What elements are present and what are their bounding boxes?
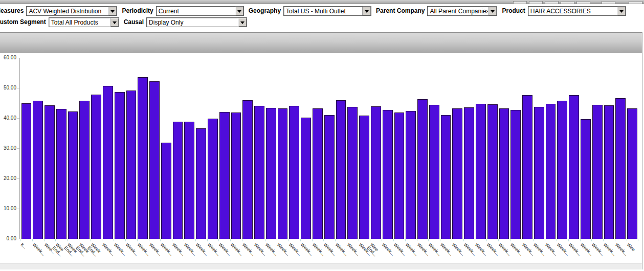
periodicity-dropdown-button[interactable] [235, 7, 243, 15]
bar[interactable] [278, 108, 288, 239]
bar[interactable] [324, 115, 335, 239]
bar-slot: Week... [591, 58, 603, 239]
dropdown-arrow-icon [491, 10, 495, 13]
bar[interactable] [68, 111, 78, 239]
toolbar-button-fragment [561, 1, 574, 4]
bar[interactable] [347, 107, 358, 239]
bar[interactable] [79, 101, 90, 239]
bar[interactable] [254, 106, 264, 239]
bar-slot: Week End... [91, 58, 102, 239]
product-dropdown-button[interactable] [617, 7, 626, 15]
bar[interactable] [219, 112, 230, 239]
bar[interactable] [452, 108, 462, 239]
y-axis: 60.0050.0040.0030.0020.0010.000.00 [0, 58, 20, 239]
bar-slot: Week... [114, 58, 125, 239]
bar[interactable] [126, 91, 137, 239]
bar[interactable] [91, 95, 101, 239]
bar-slot: Week... [125, 58, 137, 239]
bar-slot: Week... [149, 58, 161, 239]
dropdown-arrow-icon [237, 10, 241, 13]
bar[interactable] [231, 112, 241, 239]
x-axis-label: k... [20, 242, 28, 250]
bar-slot: Week... [172, 58, 184, 239]
y-axis-tick [17, 118, 19, 119]
bar[interactable] [581, 119, 591, 239]
bar-slot: Week... [440, 58, 452, 239]
measures-dropdown-button[interactable] [108, 7, 117, 15]
parent-company-select[interactable]: All Parent Companies [427, 6, 497, 16]
bar[interactable] [45, 105, 55, 239]
x-axis-label: Week End... [86, 242, 101, 257]
bar[interactable] [546, 104, 556, 239]
bar[interactable] [289, 106, 299, 239]
bar-slot: Week... [288, 58, 300, 239]
causal-label: Causal [124, 18, 144, 26]
bar[interactable] [301, 118, 311, 239]
bar[interactable] [208, 119, 218, 239]
bar-slot: Wee [627, 58, 638, 239]
bar[interactable] [266, 108, 276, 239]
custom-segment-label: Custom Segment [0, 18, 46, 26]
bar[interactable] [173, 122, 183, 239]
bar[interactable] [196, 128, 206, 239]
bar[interactable] [487, 104, 498, 239]
bar[interactable] [510, 110, 521, 239]
periodicity-select[interactable]: Current [156, 6, 244, 16]
bar-slot: Week... [242, 58, 254, 239]
y-axis-tick [17, 178, 19, 179]
bar-slot: Wee End... [370, 58, 382, 239]
bar[interactable] [21, 103, 32, 239]
geography-dropdown-button[interactable] [362, 7, 371, 15]
measures-label: Measures [0, 7, 24, 14]
product-select[interactable]: HAIR ACCESSORIES [528, 6, 626, 16]
bar[interactable] [184, 122, 194, 239]
bar[interactable] [406, 111, 416, 239]
geography-select[interactable]: Total US - Multi Outlet [283, 6, 371, 16]
parent-company-value: All Parent Companies [428, 7, 488, 15]
bar-slot: Week... [230, 58, 242, 239]
bar[interactable] [627, 108, 637, 239]
causal-select[interactable]: Display Only [146, 17, 247, 27]
bar[interactable] [592, 105, 603, 239]
bar[interactable] [383, 110, 393, 239]
bar[interactable] [615, 98, 626, 239]
bar[interactable] [522, 95, 532, 239]
bar[interactable] [161, 143, 171, 239]
chart-header-band [0, 32, 642, 53]
bar[interactable] [138, 77, 148, 239]
bar[interactable] [569, 95, 579, 239]
bar-slot: Week... [184, 58, 195, 239]
bar[interactable] [371, 106, 381, 239]
custom-segment-select[interactable]: Total All Products [49, 17, 119, 27]
custom-segment-dropdown-button[interactable] [110, 18, 119, 27]
toolbar-button-fragment [545, 1, 559, 4]
periodicity-value: Current [157, 7, 235, 15]
bar[interactable] [499, 108, 509, 239]
bar[interactable] [115, 92, 125, 239]
bar[interactable] [33, 101, 43, 239]
bar-slot: Week... [615, 58, 627, 239]
bar[interactable] [441, 115, 451, 239]
bar[interactable] [313, 108, 323, 239]
bar[interactable] [534, 107, 544, 239]
bar[interactable] [604, 105, 614, 239]
bar[interactable] [336, 100, 346, 239]
y-axis-tick [17, 148, 19, 149]
bar-slot: Week... [417, 58, 429, 239]
bar[interactable] [464, 107, 474, 239]
bar[interactable] [149, 81, 160, 239]
causal-dropdown-button[interactable] [238, 18, 247, 27]
bar[interactable] [557, 101, 567, 239]
parent-company-dropdown-button[interactable] [488, 7, 497, 15]
bar[interactable] [103, 86, 113, 239]
bar[interactable] [56, 109, 66, 239]
bar[interactable] [242, 100, 253, 239]
measures-select[interactable]: ACV Weighted Distribution [26, 6, 117, 16]
bar[interactable] [359, 116, 369, 239]
bar[interactable] [394, 112, 405, 239]
y-axis-label: 40.00 [0, 115, 16, 121]
bar[interactable] [476, 104, 486, 239]
bar[interactable] [429, 105, 439, 239]
y-axis-label: 30.00 [0, 145, 16, 151]
bar[interactable] [417, 99, 428, 239]
